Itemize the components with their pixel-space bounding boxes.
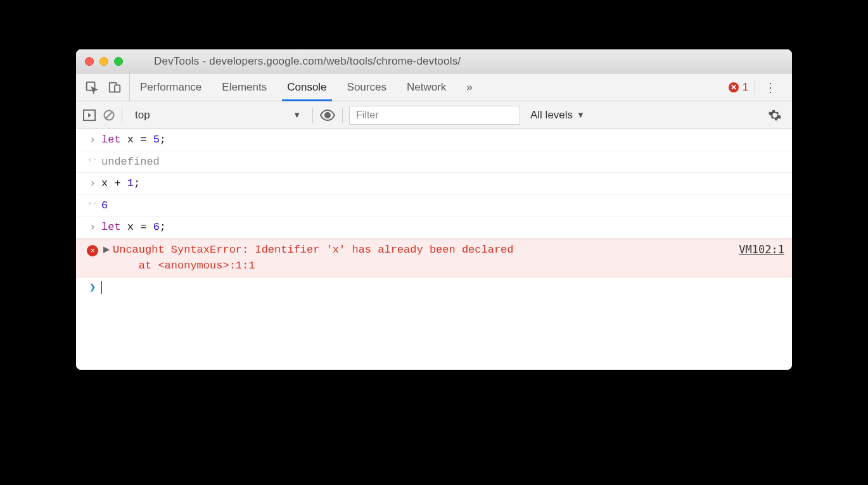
error-source-link[interactable]: VM102:1 <box>739 242 784 258</box>
console-toolbar: top ▼ Filter All levels ▼ <box>76 101 792 129</box>
console-error-row[interactable]: ✕ ▶ Uncaught SyntaxError: Identifier 'x'… <box>76 239 792 277</box>
console-prompt[interactable]: ❯ <box>76 277 792 299</box>
console-line[interactable]: ‹·undefined <box>76 151 792 173</box>
maximize-window-button[interactable] <box>114 57 123 66</box>
context-value: top <box>135 109 150 122</box>
tab-elements[interactable]: Elements <box>212 73 277 101</box>
toggle-sidebar-icon[interactable] <box>82 109 96 122</box>
error-count: 1 <box>743 82 748 93</box>
more-menu-icon[interactable]: ⋮ <box>755 80 786 95</box>
clear-console-icon[interactable] <box>103 109 115 122</box>
chevron-down-icon: ▼ <box>293 110 301 120</box>
svg-point-6 <box>325 113 330 118</box>
panel-tabbar: Performance Elements Console Sources Net… <box>76 73 792 101</box>
gear-icon[interactable] <box>764 108 786 122</box>
close-window-button[interactable] <box>85 57 94 66</box>
title-bar: DevTools - developers.google.com/web/too… <box>76 49 792 73</box>
tab-console[interactable]: Console <box>277 73 336 101</box>
console-line[interactable]: ‹·6 <box>76 195 792 217</box>
tab-sources[interactable]: Sources <box>337 73 397 101</box>
console-line[interactable]: ›let x = 5; <box>76 129 792 151</box>
console-line[interactable]: ›let x = 6; <box>76 217 792 239</box>
error-icon: ✕ <box>729 82 739 92</box>
context-dropdown[interactable]: top ▼ <box>129 106 306 125</box>
filter-placeholder: Filter <box>356 110 379 121</box>
error-message: Uncaught SyntaxError: Identifier 'x' has… <box>113 242 739 274</box>
console-body[interactable]: ›let x = 5;‹·undefined›x + 1;‹·6›let x =… <box>76 129 792 370</box>
error-count-badge[interactable]: ✕ 1 <box>729 80 755 94</box>
window-title: DevTools - developers.google.com/web/too… <box>135 55 783 68</box>
levels-value: All levels <box>530 109 573 122</box>
expand-arrow-icon[interactable]: ▶ <box>101 242 112 258</box>
log-levels-dropdown[interactable]: All levels ▼ <box>527 109 589 122</box>
chevron-down-icon: ▼ <box>577 110 585 120</box>
devtools-window: DevTools - developers.google.com/web/too… <box>76 49 792 370</box>
svg-line-5 <box>106 112 112 118</box>
device-toggle-icon[interactable] <box>108 80 122 94</box>
tabs-overflow[interactable]: » <box>456 73 482 101</box>
inspect-element-icon[interactable] <box>85 80 99 94</box>
minimize-window-button[interactable] <box>99 57 108 66</box>
tab-network[interactable]: Network <box>397 73 456 101</box>
filter-input[interactable]: Filter <box>349 106 520 125</box>
eye-icon[interactable] <box>319 110 336 121</box>
console-line[interactable]: ›x + 1; <box>76 173 792 195</box>
tab-performance[interactable]: Performance <box>130 73 212 101</box>
svg-rect-2 <box>115 85 120 92</box>
error-icon: ✕ <box>87 245 98 256</box>
